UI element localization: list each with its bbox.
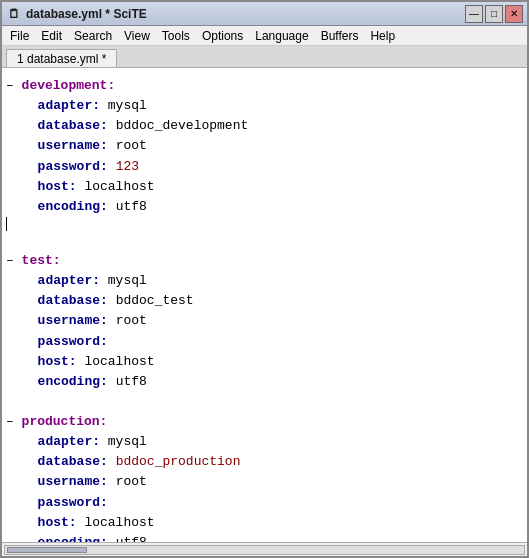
list-item: username: root bbox=[22, 136, 523, 156]
list-item: database: bddoc_development bbox=[22, 116, 523, 136]
h-scrollbar-thumb[interactable] bbox=[7, 547, 87, 553]
menu-edit[interactable]: Edit bbox=[35, 27, 68, 45]
empty-line bbox=[6, 392, 523, 412]
key-host-test: host: bbox=[22, 352, 77, 372]
menu-language[interactable]: Language bbox=[249, 27, 314, 45]
list-item: adapter: mysql bbox=[22, 96, 523, 116]
tab-bar: 1 database.yml * bbox=[2, 46, 527, 68]
list-item: adapter: mysql bbox=[22, 432, 523, 452]
value-database-dev: bddoc_development bbox=[108, 116, 248, 136]
value-password-dev: 123 bbox=[108, 157, 139, 177]
key-adapter-test: adapter: bbox=[22, 271, 100, 291]
list-item: password: bbox=[22, 493, 523, 513]
value-database-prod: bddoc_production bbox=[108, 452, 241, 472]
key-database-dev: database: bbox=[22, 116, 108, 136]
key-password-test: password: bbox=[22, 332, 108, 352]
key-encoding-dev: encoding: bbox=[22, 197, 108, 217]
text-cursor bbox=[6, 217, 7, 231]
key-database-test: database: bbox=[22, 291, 108, 311]
list-item: host: localhost bbox=[22, 177, 523, 197]
list-item: database: bddoc_test bbox=[22, 291, 523, 311]
menu-options[interactable]: Options bbox=[196, 27, 249, 45]
title-bar-left: 🗒 database.yml * SciTE bbox=[8, 7, 147, 21]
value-username-test: root bbox=[108, 311, 147, 331]
menu-bar: File Edit Search View Tools Options Lang… bbox=[2, 26, 527, 46]
value-username-prod: root bbox=[108, 472, 147, 492]
key-encoding-test: encoding: bbox=[22, 372, 108, 392]
value-encoding-test: utf8 bbox=[108, 372, 147, 392]
editor-area[interactable]: – development: adapter: mysql database: … bbox=[2, 68, 527, 542]
empty-line bbox=[6, 231, 523, 251]
menu-search[interactable]: Search bbox=[68, 27, 118, 45]
section-test: test: bbox=[22, 251, 61, 271]
dash-development: – bbox=[6, 76, 22, 96]
key-host-dev: host: bbox=[22, 177, 77, 197]
key-username-prod: username: bbox=[22, 472, 108, 492]
value-host-prod: localhost bbox=[77, 513, 155, 533]
app-icon: 🗒 bbox=[8, 7, 20, 21]
list-item: host: localhost bbox=[22, 513, 523, 533]
list-item: adapter: mysql bbox=[22, 271, 523, 291]
list-item: encoding: utf8 bbox=[22, 533, 523, 542]
dash-production: – bbox=[6, 412, 22, 432]
dash-test: – bbox=[6, 251, 22, 271]
cursor-line bbox=[6, 217, 523, 231]
list-item: host: localhost bbox=[22, 352, 523, 372]
list-item: encoding: utf8 bbox=[22, 372, 523, 392]
key-host-prod: host: bbox=[22, 513, 77, 533]
main-window: 🗒 database.yml * SciTE — □ ✕ File Edit S… bbox=[0, 0, 529, 558]
value-database-test: bddoc_test bbox=[108, 291, 194, 311]
list-item: – development: bbox=[6, 76, 523, 96]
key-password-dev: password: bbox=[22, 157, 108, 177]
value-host-test: localhost bbox=[77, 352, 155, 372]
list-item: password: bbox=[22, 332, 523, 352]
list-item: – production: bbox=[6, 412, 523, 432]
tab-database-yml[interactable]: 1 database.yml * bbox=[6, 49, 117, 67]
minimize-button[interactable]: — bbox=[465, 5, 483, 23]
maximize-button[interactable]: □ bbox=[485, 5, 503, 23]
scrollbar-horizontal[interactable] bbox=[2, 542, 527, 556]
list-item: – test: bbox=[6, 251, 523, 271]
list-item: encoding: utf8 bbox=[22, 197, 523, 217]
menu-file[interactable]: File bbox=[4, 27, 35, 45]
value-username-dev: root bbox=[108, 136, 147, 156]
menu-tools[interactable]: Tools bbox=[156, 27, 196, 45]
list-item: database: bddoc_production bbox=[22, 452, 523, 472]
list-item: username: root bbox=[22, 472, 523, 492]
key-database-prod: database: bbox=[22, 452, 108, 472]
menu-view[interactable]: View bbox=[118, 27, 156, 45]
list-item: username: root bbox=[22, 311, 523, 331]
value-adapter-dev: mysql bbox=[100, 96, 147, 116]
menu-help[interactable]: Help bbox=[364, 27, 401, 45]
close-button[interactable]: ✕ bbox=[505, 5, 523, 23]
key-encoding-prod: encoding: bbox=[22, 533, 108, 542]
key-adapter-prod: adapter: bbox=[22, 432, 100, 452]
code-editor[interactable]: – development: adapter: mysql database: … bbox=[2, 68, 527, 542]
value-host-dev: localhost bbox=[77, 177, 155, 197]
value-encoding-dev: utf8 bbox=[108, 197, 147, 217]
list-item: password: 123 bbox=[22, 157, 523, 177]
menu-buffers[interactable]: Buffers bbox=[315, 27, 365, 45]
title-bar: 🗒 database.yml * SciTE — □ ✕ bbox=[2, 2, 527, 26]
key-username-test: username: bbox=[22, 311, 108, 331]
section-production: production: bbox=[22, 412, 108, 432]
key-username-dev: username: bbox=[22, 136, 108, 156]
key-adapter-dev: adapter: bbox=[22, 96, 100, 116]
value-adapter-test: mysql bbox=[100, 271, 147, 291]
section-development: development: bbox=[22, 76, 116, 96]
key-password-prod: password: bbox=[22, 493, 108, 513]
window-title: database.yml * SciTE bbox=[26, 7, 147, 21]
value-encoding-prod: utf8 bbox=[108, 533, 147, 542]
h-scrollbar-track[interactable] bbox=[4, 545, 525, 555]
value-adapter-prod: mysql bbox=[100, 432, 147, 452]
title-controls: — □ ✕ bbox=[465, 5, 523, 23]
